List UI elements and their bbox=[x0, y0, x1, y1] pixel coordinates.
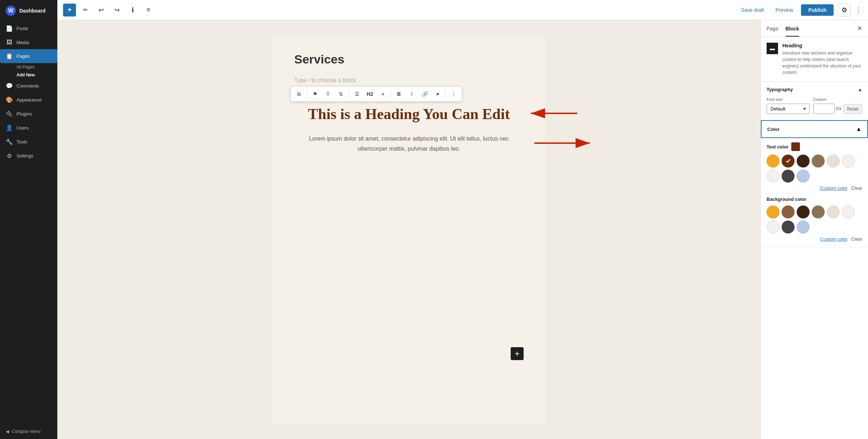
tab-block[interactable]: Block bbox=[786, 20, 799, 37]
redo-button[interactable]: ↪ bbox=[110, 4, 123, 16]
paragraph-text[interactable]: Lorem ipsum dolor sit amet, consectetur … bbox=[294, 134, 524, 153]
text-color-option[interactable] bbox=[797, 155, 810, 167]
current-text-color-swatch[interactable] bbox=[791, 142, 800, 151]
sidebar-logo[interactable]: W W Dashboard bbox=[0, 0, 57, 22]
text-color-option[interactable] bbox=[827, 155, 840, 167]
list-view-button[interactable]: ≡ bbox=[142, 4, 155, 16]
text-color-actions: Custom color Clear bbox=[767, 185, 862, 191]
text-align-button[interactable]: ≡ bbox=[377, 88, 388, 100]
bold-button[interactable]: B bbox=[393, 88, 405, 100]
alignment-button[interactable]: ☰ bbox=[351, 88, 363, 100]
heading-block[interactable]: ⧉ ⚑ ⠿ ⇅ ☰ bbox=[294, 105, 524, 123]
redo-icon: ↪ bbox=[114, 6, 120, 14]
tools-icon: 🔧 bbox=[6, 138, 13, 145]
sidebar-item-media[interactable]: 🖼 Media bbox=[0, 36, 57, 49]
more-options-button[interactable]: ⋮ bbox=[855, 6, 862, 14]
posts-icon: 📄 bbox=[6, 25, 13, 32]
sidebar-users-label: Users bbox=[16, 125, 29, 131]
color-chevron-icon: ▲ bbox=[856, 126, 862, 132]
sidebar-item-appearance[interactable]: 🎨 Appearance bbox=[0, 93, 57, 107]
block-placeholder[interactable]: Type / to choose a block bbox=[294, 77, 524, 84]
text-color-option[interactable] bbox=[767, 170, 779, 183]
typography-section-header[interactable]: Typography ▲ bbox=[761, 82, 868, 97]
info-icon: ℹ bbox=[132, 6, 134, 14]
save-draft-button[interactable]: Save draft bbox=[738, 5, 768, 15]
edit-mode-button[interactable]: ✏ bbox=[79, 4, 92, 16]
add-block-inline-button[interactable]: + bbox=[511, 347, 524, 360]
editor-canvas[interactable]: Services Type / to choose a block ⧉ ⚑ bbox=[273, 34, 545, 425]
undo-icon: ↩ bbox=[99, 6, 104, 14]
text-color-option[interactable] bbox=[797, 170, 810, 183]
media-icon: 🖼 bbox=[6, 39, 13, 46]
color-section-header[interactable]: Color ▲ bbox=[761, 120, 868, 138]
text-color-option-selected[interactable] bbox=[782, 155, 795, 167]
bg-color-option[interactable] bbox=[797, 221, 810, 233]
collapse-menu[interactable]: ◀ Collapse menu bbox=[0, 424, 57, 439]
bg-color-option[interactable] bbox=[827, 206, 840, 218]
bg-color-option[interactable] bbox=[767, 221, 779, 233]
move-up-down-button[interactable]: ⇅ bbox=[335, 88, 347, 100]
sidebar-item-users[interactable]: 👤 Users bbox=[0, 121, 57, 135]
add-block-button[interactable]: + bbox=[63, 4, 76, 16]
wp-logo-icon: W bbox=[6, 6, 16, 16]
text-color-option[interactable] bbox=[812, 155, 825, 167]
editor-content: Services Type / to choose a block ⧉ ⚑ bbox=[57, 20, 868, 439]
more-formatting-button[interactable]: ▾ bbox=[432, 88, 443, 100]
block-info-text: Heading Introduce new sections and organ… bbox=[782, 43, 862, 76]
panel-close-button[interactable]: ✕ bbox=[857, 24, 862, 32]
bg-color-option[interactable] bbox=[782, 206, 795, 218]
bg-color-option[interactable] bbox=[782, 221, 795, 233]
italic-button[interactable]: I bbox=[406, 88, 418, 100]
sidebar-item-posts[interactable]: 📄 Posts bbox=[0, 22, 57, 36]
info-button[interactable]: ℹ bbox=[126, 4, 139, 16]
sidebar-sub-all-pages[interactable]: All Pages bbox=[0, 63, 57, 71]
editor-settings-button[interactable]: ⚙ bbox=[838, 4, 851, 16]
plugins-icon: 🔌 bbox=[6, 110, 13, 117]
clear-text-color-button[interactable]: Clear bbox=[851, 185, 862, 191]
drag-button[interactable]: ⠿ bbox=[322, 88, 334, 100]
font-size-input-row: PX Reset bbox=[813, 104, 862, 114]
sidebar-item-comments[interactable]: 💬 Comments bbox=[0, 79, 57, 93]
bg-color-option[interactable] bbox=[842, 206, 855, 218]
bg-color-option[interactable] bbox=[797, 206, 810, 218]
sidebar-item-plugins[interactable]: 🔌 Plugins bbox=[0, 107, 57, 121]
arrows-icon: ⇅ bbox=[339, 91, 343, 97]
tab-page[interactable]: Page bbox=[767, 20, 778, 37]
heading-level-button[interactable]: H2 bbox=[364, 88, 376, 100]
publish-button[interactable]: Publish bbox=[801, 4, 834, 16]
bg-color-option[interactable] bbox=[767, 206, 779, 218]
block-options-button[interactable]: ⋮ bbox=[448, 88, 459, 100]
block-info: ▬ Heading Introduce new sections and org… bbox=[761, 37, 868, 82]
sidebar-appearance-label: Appearance bbox=[16, 97, 42, 103]
block-type-button[interactable]: ⚑ bbox=[309, 88, 321, 100]
custom-text-color-link[interactable]: Custom color bbox=[820, 185, 848, 191]
editor-canvas-wrap[interactable]: Services Type / to choose a block ⧉ ⚑ bbox=[57, 20, 760, 439]
custom-bg-color-link[interactable]: Custom color bbox=[820, 236, 848, 242]
copy-block-button[interactable]: ⧉ bbox=[293, 88, 305, 100]
sidebar-pages-label: Pages bbox=[16, 53, 30, 59]
bg-color-option[interactable] bbox=[812, 206, 825, 218]
text-color-option[interactable] bbox=[782, 170, 795, 183]
sidebar-item-pages[interactable]: 📋 Pages bbox=[0, 49, 57, 63]
chevron-down-icon: ▾ bbox=[437, 91, 439, 97]
link-button[interactable]: 🔗 bbox=[419, 88, 430, 100]
sidebar-item-tools[interactable]: 🔧 Tools bbox=[0, 135, 57, 149]
link-icon: 🔗 bbox=[422, 91, 428, 97]
list-icon: ≡ bbox=[147, 6, 151, 14]
sidebar-sub-add-new[interactable]: Add New bbox=[0, 71, 57, 79]
heading-editable[interactable]: This is a Heading You Can Edit bbox=[308, 105, 510, 123]
topbar: + ✏ ↩ ↪ ℹ ≡ Save draft Preview Publish ⚙… bbox=[57, 0, 868, 20]
sidebar-media-label: Media bbox=[16, 40, 29, 45]
font-size-select[interactable]: Default Small Normal Large X-Large Huge bbox=[767, 104, 810, 114]
text-color-option[interactable] bbox=[767, 155, 779, 167]
font-size-reset-button[interactable]: Reset bbox=[843, 104, 862, 114]
bg-color-actions: Custom color Clear bbox=[767, 236, 862, 242]
text-color-option[interactable] bbox=[842, 155, 855, 167]
clear-bg-color-button[interactable]: Clear bbox=[851, 236, 862, 242]
sidebar-item-settings[interactable]: ⚙ Settings bbox=[0, 149, 57, 163]
align-icon: ☰ bbox=[355, 91, 359, 97]
undo-button[interactable]: ↩ bbox=[95, 4, 108, 16]
preview-button[interactable]: Preview bbox=[772, 5, 797, 15]
sidebar-settings-label: Settings bbox=[16, 153, 33, 159]
font-size-input[interactable] bbox=[813, 104, 835, 114]
